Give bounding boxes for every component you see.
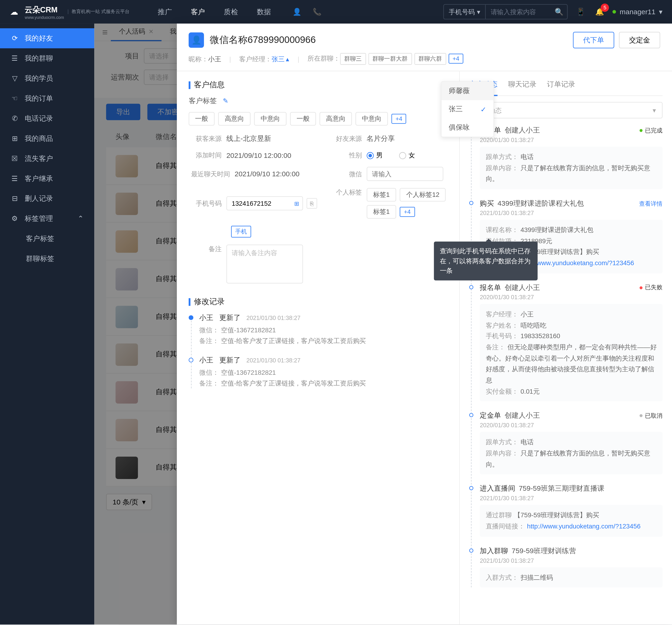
activity-item: 定金单创建人小王已完成2020/01/30 01:38:27跟单方式：电话跟单内… (480, 125, 663, 189)
sidebar-item[interactable]: ⚙标签管理⌃ (0, 208, 94, 228)
group-chip[interactable]: 群聊三 (340, 53, 366, 65)
manager-dropdown[interactable]: 张三 ▴ (271, 55, 289, 64)
timeline-dot (189, 358, 193, 362)
group-chip[interactable]: 群聊六群 (414, 53, 446, 65)
phone-icon[interactable]: 📞 (311, 6, 323, 18)
top-nav: 推广客户质检数据 (148, 0, 281, 24)
sidebar-item-label: 电话记录 (25, 113, 53, 123)
sidebar-icon: ⟳ (10, 34, 19, 43)
copy-icon[interactable]: ⎘ (307, 198, 317, 208)
customer-tag[interactable]: 高意向 (218, 112, 250, 125)
user-menu[interactable]: manager11 ▾ (613, 8, 663, 16)
group-chip[interactable]: 群聊一群大群 (368, 53, 412, 65)
sidebar-item[interactable]: ⊟删人记录 (0, 189, 94, 208)
topnav-item[interactable]: 质检 (214, 0, 247, 24)
sidebar-item-label: 流失客户 (25, 153, 53, 164)
status-badge: 已完成 (640, 126, 663, 134)
sidebar-item-label: 我的学员 (25, 73, 53, 83)
sidebar-item[interactable]: 客户标签 (0, 228, 94, 249)
activity-tab[interactable]: 聊天记录 (508, 79, 536, 92)
sidebar-icon: ☰ (10, 54, 19, 62)
remark-textarea[interactable]: 请输入备注内容 (226, 244, 303, 283)
activity-time: 2020/01/30 01:38:27 (480, 422, 663, 429)
activity-card: 入群方式：扫描二维码 (480, 567, 663, 588)
link[interactable]: http://www.yunduoketang.com/?123456 (527, 523, 641, 530)
sidebar-item[interactable]: ☰我的群聊 (0, 48, 94, 68)
activity-time: 2021/01/30 01:38:27 (480, 557, 663, 564)
customer-tag[interactable]: 高意向 (319, 112, 352, 125)
wechat-label: 微信 (329, 169, 362, 178)
place-order-button[interactable]: 代下单 (573, 32, 615, 48)
manager-label: 客户经理： (239, 55, 271, 62)
sidebar-item[interactable]: ☜我的订单 (0, 89, 94, 108)
activity-time: 2020/01/30 01:38:27 (480, 137, 663, 143)
mobile-icon[interactable]: 📱 (575, 6, 587, 18)
sidebar-item[interactable]: ✆电话记录 (0, 108, 94, 128)
view-detail-link[interactable]: 查看详情 (639, 199, 663, 207)
timeline-dot (469, 413, 474, 418)
manager-menu-item[interactable]: 俱保咏 (441, 119, 493, 137)
sidebar-item-label: 我的商品 (25, 133, 53, 144)
sidebar-item[interactable]: ☰客户继承 (0, 169, 94, 189)
sidebar-item[interactable]: ▽我的学员 (0, 68, 94, 89)
sidebar-icon: ☒ (10, 154, 19, 162)
nick-label: 昵称： (189, 55, 208, 62)
manager-menu: 师馨薇张三✓俱保咏 (441, 81, 494, 138)
status-badge: 已失败 (640, 283, 663, 292)
topnav-item[interactable]: 推广 (148, 0, 181, 24)
sidebar-item-label: 我的好友 (25, 33, 53, 43)
groups-more[interactable]: +4 (449, 54, 463, 64)
phone-label: 手机号码 (189, 199, 221, 208)
chevron-up-icon: ⌃ (78, 215, 83, 223)
sidebar-item[interactable]: ⊞我的商品 (0, 128, 94, 149)
timeline-dot (469, 285, 474, 289)
activity-tab[interactable]: 订单记录 (547, 79, 575, 92)
personal-tag[interactable]: 标签1 (366, 188, 396, 201)
customer-tag[interactable]: 一般 (189, 112, 214, 125)
customer-tag[interactable]: 中意向 (254, 112, 287, 125)
phone-input[interactable] (226, 196, 303, 210)
section-modify-log: 修改记录 (189, 296, 447, 307)
topnav-item[interactable]: 客户 (182, 0, 214, 24)
timeline-dot (189, 315, 193, 320)
gender-female-radio[interactable]: 女 (399, 151, 415, 160)
sidebar-item-label: 标签管理 (25, 214, 53, 224)
customer-tag[interactable]: 一般 (290, 112, 316, 125)
activity-card: 客户经理：小王客户姓名：唔吃唔吃手机号码：19833528160备注：但无论是哪… (480, 304, 663, 401)
wechat-input[interactable] (366, 167, 443, 181)
activity-card: 跟单方式：电话跟单内容：只是了解在线教育方面的信息，暂时无购买意向。 (480, 432, 663, 475)
search-type-select[interactable]: 手机号码▾ (444, 5, 486, 19)
customer-tag[interactable]: 中意向 (355, 112, 388, 125)
notification-badge: 5 (601, 3, 609, 12)
sidebar-item[interactable]: ☒流失客户 (0, 149, 94, 169)
user-icon[interactable]: 👤 (291, 6, 303, 18)
tags-more[interactable]: +4 (391, 114, 406, 124)
online-status-dot (613, 10, 616, 14)
activity-card: 通过群聊【759-59班理财训练营】购买直播间链接：http://www.yun… (480, 505, 663, 536)
gender-male-radio[interactable]: 男 (366, 151, 382, 160)
edit-tags-icon[interactable]: ✎ (223, 97, 228, 105)
groups-label: 所在群聊： (308, 55, 340, 62)
activity-time: 2020/01/30 01:38:27 (480, 294, 663, 300)
activity-item: 定金单创建人小王已取消2020/01/30 01:38:27跟单方式：电话跟单内… (480, 411, 663, 475)
phone-check-icon[interactable]: ⊞ (292, 199, 301, 207)
sidebar-icon: ☜ (10, 94, 19, 102)
sidebar-item[interactable]: ⟳我的好友 (0, 28, 94, 48)
sidebar-item[interactable]: 群聊标签 (0, 249, 94, 269)
manager-menu-item[interactable]: 师馨薇 (441, 82, 493, 100)
timeline-dot (469, 486, 474, 491)
bell-icon[interactable]: 🔔5 (594, 6, 606, 18)
phone-type-chip[interactable]: 手机 (231, 226, 251, 238)
logo: ☁ 云朵CRM www.yunduocrm.com 教育机构一站 式服务云平台 (0, 4, 137, 19)
topnav-item[interactable]: 数据 (247, 0, 280, 24)
deposit-button[interactable]: 交定金 (619, 32, 660, 48)
activity-filter-select[interactable]: 全部动态▾ (469, 102, 663, 119)
customer-drawer: 👤 微信名称6789990000966 代下单 交定金 昵称：小王 | 客户经理… (177, 24, 672, 625)
personal-tag[interactable]: 个人标签12 (400, 188, 446, 201)
profile-icon: 👤 (189, 32, 204, 48)
manager-menu-item[interactable]: 张三✓ (441, 100, 493, 118)
personal-tags-more[interactable]: +4 (400, 207, 415, 217)
personal-tag[interactable]: 标签1 (366, 205, 396, 219)
search-icon[interactable]: 🔍 (551, 5, 567, 19)
search-input[interactable] (486, 8, 551, 15)
